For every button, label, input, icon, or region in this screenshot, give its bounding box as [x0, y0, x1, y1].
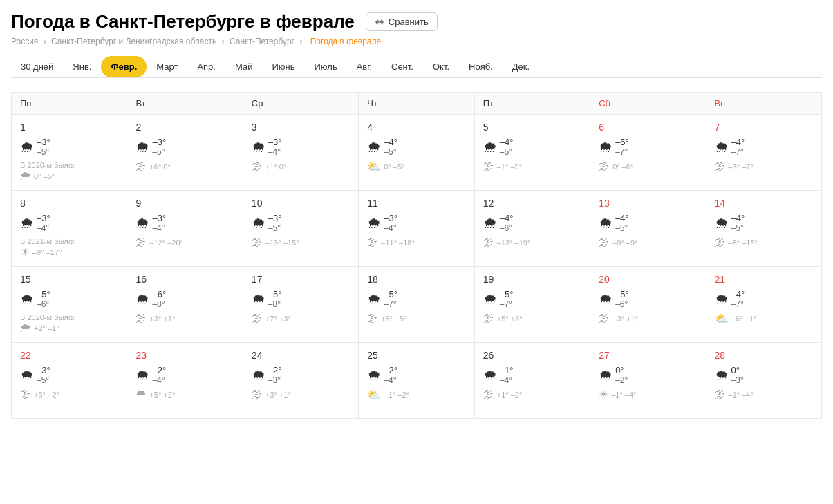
tab-may[interactable]: Май — [225, 56, 262, 77]
temp-high-6: –5° — [615, 137, 629, 147]
tab-dec[interactable]: Дек. — [503, 56, 539, 77]
day-22[interactable]: 22 🌨 –3° –5° 🌫 +5° +2° — [12, 343, 127, 419]
day-11[interactable]: 11 🌨 –3° –4° 🌫 –11° –18° — [359, 191, 474, 267]
temp-high-10: –3° — [268, 213, 282, 223]
breadcrumb-spb[interactable]: Санкт-Петербург — [230, 37, 294, 46]
day-28[interactable]: 28 🌨 0° –3° 🌫 –1° –4° — [706, 343, 822, 419]
tab-sep[interactable]: Сент. — [382, 56, 423, 77]
day-3[interactable]: 3 🌨 –3° –4° 🌫 +1° 0° — [243, 115, 359, 191]
tab-nov[interactable]: Нояб. — [459, 56, 503, 77]
day-1[interactable]: 1 🌨 –3° –5° В 2020-м было: 🌨 0° –5° — [12, 115, 127, 191]
weather-19: 🌨 –5° –7° — [483, 289, 581, 309]
day-26[interactable]: 26 🌨 –1° –4° 🌫 +1° –2° — [475, 343, 590, 419]
day-num-23: 23 — [135, 350, 234, 361]
prev-icon-6: 🌫 — [599, 161, 610, 172]
temp-high-21: –4° — [731, 289, 745, 299]
temp-low-6: –7° — [615, 147, 629, 157]
tab-apr[interactable]: Апр. — [187, 56, 225, 77]
prev-year-11: 🌫 –11° –18° — [367, 237, 465, 248]
day-21[interactable]: 21 🌨 –4° –7° ⛅ +6° +1° — [706, 267, 822, 343]
day-23[interactable]: 23 🌨 –2° –4° 🌨 +5° +2° — [127, 343, 243, 419]
prev-icon-17: 🌫 — [252, 313, 263, 324]
weather-icon-26: 🌨 — [483, 368, 497, 382]
day-12[interactable]: 12 🌨 –4° –6° 🌫 –13° –19° — [475, 191, 590, 267]
prev-year-14: 🌫 –8° –15° — [715, 237, 813, 248]
weather-icon-16: 🌨 — [135, 292, 149, 306]
day-27[interactable]: 27 🌨 0° –2° ☀ –1° –4° — [590, 343, 706, 419]
day-10[interactable]: 10 🌨 –3° –5° 🌫 –13° –15° — [243, 191, 359, 267]
day-8[interactable]: 8 🌨 –3° –4° В 2021-м было: ☀ –9° –17° — [12, 191, 127, 267]
weather-20: 🌨 –5° –6° — [599, 289, 697, 309]
tab-feb[interactable]: Февр. — [101, 56, 147, 77]
day-20[interactable]: 20 🌨 –5° –6° 🌫 +3° +1° — [590, 267, 706, 343]
breadcrumb: Россия › Санкт-Петербург и Ленинградская… — [11, 37, 822, 46]
tab-jun[interactable]: Июнь — [262, 56, 304, 77]
day-2[interactable]: 2 🌨 –3° –5° 🌫 +6° 0° — [127, 115, 243, 191]
tab-aug[interactable]: Авг. — [347, 56, 382, 77]
prev-year-18: 🌫 +6° +5° — [367, 313, 465, 324]
weather-icon-24: 🌨 — [252, 368, 265, 382]
day-14[interactable]: 14 🌨 –4° –5° 🌫 –8° –15° — [706, 191, 822, 267]
temp-high-18: –5° — [384, 289, 397, 299]
day-25[interactable]: 25 🌨 –2° –4° ⛅ +1° –2° — [359, 343, 474, 419]
temp-low-4: –5° — [384, 147, 397, 157]
day-5[interactable]: 5 🌨 –4° –5° 🌫 –1° –9° — [475, 115, 590, 191]
weather-icon-4: 🌨 — [367, 140, 381, 154]
temp-high-22: –3° — [37, 365, 50, 375]
month-tabs: 30 дней Янв. Февр. Март Апр. Май Июнь Ию… — [11, 56, 822, 78]
prev-year-27: ☀ –1° –4° — [599, 389, 697, 400]
tab-oct[interactable]: Окт. — [423, 56, 459, 77]
temp-high-20: –5° — [615, 289, 629, 299]
weather-13: 🌨 –4° –5° — [599, 213, 697, 233]
breadcrumb-russia[interactable]: Россия — [11, 37, 38, 46]
tab-30days[interactable]: 30 дней — [11, 56, 63, 77]
prev-temps-17: +7° +3° — [265, 315, 291, 323]
tab-mar[interactable]: Март — [147, 56, 187, 77]
weather-icon-8: 🌨 — [20, 216, 34, 230]
day-17[interactable]: 17 🌨 –5° –8° 🌫 +7° +3° — [243, 267, 359, 343]
temp-high-24: –2° — [268, 365, 282, 375]
day-num-17: 17 — [252, 274, 350, 285]
weather-icon-12: 🌨 — [483, 216, 497, 230]
weather-icon-23: 🌨 — [135, 368, 149, 382]
prev-year-3: 🌫 +1° 0° — [252, 161, 350, 172]
breadcrumb-spb-region[interactable]: Санкт-Петербург и Ленинградская область — [51, 37, 216, 46]
weather-icon-13: 🌨 — [599, 216, 612, 230]
weather-28: 🌨 0° –3° — [715, 365, 813, 385]
day-24[interactable]: 24 🌨 –2° –3° 🌫 +3° +1° — [243, 343, 359, 419]
weather-icon-19: 🌨 — [483, 292, 497, 306]
day-7[interactable]: 7 🌨 –4° –7° 🌫 –3° –7° — [706, 115, 822, 191]
prev-icon-25: ⛅ — [367, 389, 381, 400]
day-6[interactable]: 6 🌨 –5° –7° 🌫 0° –6° — [590, 115, 706, 191]
prev-temps-24: +3° +1° — [265, 391, 291, 399]
day-18[interactable]: 18 🌨 –5° –7° 🌫 +6° +5° — [359, 267, 474, 343]
day-19[interactable]: 19 🌨 –5° –7° 🌫 +5° +3° — [475, 267, 590, 343]
temp-high-28: 0° — [731, 365, 744, 375]
temp-high-4: –4° — [384, 137, 397, 147]
temp-low-12: –6° — [500, 223, 514, 233]
prev-icon-21: ⛅ — [715, 313, 729, 324]
weather-icon-1: 🌨 — [20, 140, 34, 154]
compare-button[interactable]: Сравнить — [366, 12, 438, 31]
day-9[interactable]: 9 🌨 –3° –4° 🌫 –12° –20° — [127, 191, 243, 267]
tab-jul[interactable]: Июль — [304, 56, 346, 77]
prev-icon-23: 🌨 — [135, 389, 147, 400]
day-13[interactable]: 13 🌨 –4° –5° 🌫 –9° –9° — [590, 191, 706, 267]
temp-low-23: –4° — [152, 375, 166, 385]
weather-15: 🌨 –5° –6° — [20, 289, 118, 309]
day-15[interactable]: 15 🌨 –5° –6° В 2020-м было: 🌨 +2° –1° — [12, 267, 127, 343]
prev-year-19: 🌫 +5° +3° — [483, 313, 581, 324]
temp-high-15: –5° — [37, 289, 50, 299]
prev-year-22: 🌫 +5° +2° — [20, 389, 118, 400]
prev-temps-13: –9° –9° — [612, 239, 637, 247]
weather-3: 🌨 –3° –4° — [252, 137, 350, 157]
temp-low-24: –3° — [268, 375, 282, 385]
tab-jan[interactable]: Янв. — [63, 56, 101, 77]
prev-year-7: 🌫 –3° –7° — [715, 161, 813, 172]
day-4[interactable]: 4 🌨 –4° –5° ⛅ 0° –5° — [359, 115, 474, 191]
day-num-16: 16 — [135, 274, 234, 285]
prev-icon-2: 🌫 — [135, 161, 147, 172]
day-16[interactable]: 16 🌨 –6° –8° 🌫 +3° +1° — [127, 267, 243, 343]
prev-year-25: ⛅ +1° –2° — [367, 389, 465, 400]
compare-icon — [375, 17, 384, 27]
